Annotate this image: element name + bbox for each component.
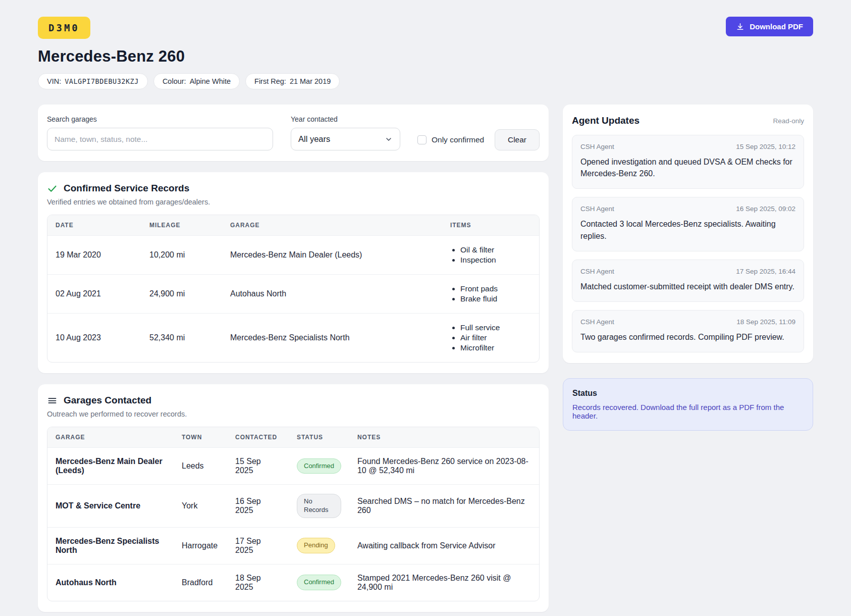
garage-contact-row: Mercedes-Benz Main Dealer (Leeds)Leeds15… bbox=[47, 448, 539, 485]
service-record-row: 02 Aug 202124,900 miAutohaus NorthFront … bbox=[47, 275, 539, 314]
year-contacted-label: Year contacted bbox=[291, 115, 400, 123]
record-date: 10 Aug 2023 bbox=[47, 314, 141, 363]
confirmed-records-subtitle: Verified entries we obtained from garage… bbox=[47, 198, 540, 206]
record-garage: Autohaus North bbox=[222, 275, 442, 314]
confirmed-records-card: Confirmed Service Records Verified entri… bbox=[38, 172, 549, 373]
table-head-row: DateMileageGarageItems bbox=[47, 215, 539, 236]
filter-row: Search garages Year contacted All years bbox=[47, 115, 540, 150]
status-badge: Pending bbox=[297, 538, 335, 553]
record-mileage: 24,900 mi bbox=[141, 275, 222, 314]
chip-value: Alpine White bbox=[190, 77, 231, 85]
table-head: DateMileageGarageItems bbox=[47, 215, 539, 236]
garage-name: Mercedes-Benz Main Dealer (Leeds) bbox=[47, 448, 174, 485]
column-header: Contacted bbox=[227, 427, 289, 448]
agent-update-text: Opened investigation and queued DVSA & O… bbox=[580, 156, 795, 179]
confirmed-records-header: Confirmed Service Records bbox=[47, 183, 540, 194]
agent-update-text: Contacted 3 local Mercedes-Benz speciali… bbox=[580, 218, 795, 241]
garage-notes: Searched DMS – no match for Mercedes-Ben… bbox=[349, 485, 539, 528]
agent-update-text: Matched customer-submitted receipt with … bbox=[580, 281, 795, 292]
agent-update-item: CSH Agent18 Sep 2025, 11:09Two garages c… bbox=[572, 310, 804, 352]
column-header: Notes bbox=[349, 427, 539, 448]
garages-contacted-card: Garages Contacted Outreach we performed … bbox=[38, 384, 549, 612]
garage-notes: Stamped 2021 Mercedes-Benz 260 visit @ 2… bbox=[349, 564, 539, 601]
column-header: Date bbox=[47, 215, 141, 236]
vehicle-chip: First Reg:21 Mar 2019 bbox=[245, 73, 340, 89]
chip-value: VALGPI7BDEBU32KZJ bbox=[65, 77, 139, 85]
chip-label: VIN: bbox=[47, 77, 61, 85]
garage-town: Harrogate bbox=[174, 527, 227, 564]
page: D3M0 Download PDF Mercedes-Benz 260 VIN:… bbox=[0, 0, 851, 616]
menu-lines-icon bbox=[47, 395, 58, 406]
confirmed-records-title: Confirmed Service Records bbox=[64, 183, 189, 194]
clear-filters-button[interactable]: Clear bbox=[495, 129, 540, 150]
record-garage: Mercedes-Benz Main Dealer (Leeds) bbox=[222, 236, 442, 275]
agent-update-meta: CSH Agent18 Sep 2025, 11:09 bbox=[580, 318, 795, 326]
table-head-row: GarageTownContactedStatusNotes bbox=[47, 427, 539, 448]
record-item: Brake fluid bbox=[460, 294, 531, 304]
vehicle-chips: VIN:VALGPI7BDEBU32KZJColour:Alpine White… bbox=[38, 73, 813, 89]
agent-update-timestamp: 16 Sep 2025, 09:02 bbox=[736, 205, 795, 213]
garage-notes: Awaiting callback from Service Advisor bbox=[349, 527, 539, 564]
record-item: Front pads bbox=[460, 284, 531, 294]
garage-status-cell: Confirmed bbox=[289, 564, 349, 601]
garage-name: Mercedes-Benz Specialists North bbox=[47, 527, 174, 564]
year-select[interactable]: All years bbox=[291, 128, 400, 150]
garages-contacted-subtitle: Outreach we performed to recover records… bbox=[47, 410, 540, 418]
download-pdf-button[interactable]: Download PDF bbox=[726, 17, 813, 36]
table-body: Mercedes-Benz Main Dealer (Leeds)Leeds15… bbox=[47, 448, 539, 601]
garage-town: York bbox=[174, 485, 227, 528]
search-input[interactable] bbox=[47, 128, 273, 150]
only-confirmed-checkbox[interactable] bbox=[417, 135, 427, 144]
record-items-list: Oil & filterInspection bbox=[450, 245, 531, 265]
record-items-list: Front padsBrake fluid bbox=[450, 284, 531, 304]
status-badge: Confirmed bbox=[297, 575, 341, 590]
garages-contacted-title: Garages Contacted bbox=[64, 395, 151, 406]
garage-contact-row: Autohaus NorthBradford18 Sep 2025Confirm… bbox=[47, 564, 539, 601]
agent-update-meta: CSH Agent17 Sep 2025, 16:44 bbox=[580, 268, 795, 275]
garage-contacted-date: 16 Sep 2025 bbox=[227, 485, 289, 528]
record-item: Air filter bbox=[460, 333, 531, 343]
agent-update-author: CSH Agent bbox=[580, 143, 614, 150]
page-title: Mercedes-Benz 260 bbox=[38, 47, 813, 66]
service-record-row: 19 Mar 202010,200 miMercedes-Benz Main D… bbox=[47, 236, 539, 275]
record-date: 02 Aug 2021 bbox=[47, 275, 141, 314]
garage-contacted-date: 17 Sep 2025 bbox=[227, 527, 289, 564]
service-record-row: 10 Aug 202352,340 miMercedes-Benz Specia… bbox=[47, 314, 539, 363]
garages-contacted-table-wrap: GarageTownContactedStatusNotesMercedes-B… bbox=[47, 427, 540, 601]
record-items: Front padsBrake fluid bbox=[442, 275, 539, 314]
year-group: Year contacted All years bbox=[291, 115, 400, 150]
record-item: Inspection bbox=[460, 255, 531, 265]
agent-update-item: CSH Agent15 Sep 2025, 10:12Opened invest… bbox=[572, 135, 804, 189]
record-item: Microfilter bbox=[460, 343, 531, 353]
agent-update-author: CSH Agent bbox=[580, 268, 614, 275]
column-header: Mileage bbox=[141, 215, 222, 236]
agent-updates-card: Agent Updates Read-only CSH Agent15 Sep … bbox=[563, 105, 813, 363]
garage-town: Leeds bbox=[174, 448, 227, 485]
vehicle-chip: VIN:VALGPI7BDEBU32KZJ bbox=[38, 73, 148, 89]
download-icon bbox=[736, 22, 744, 31]
table-head: GarageTownContactedStatusNotes bbox=[47, 427, 539, 448]
only-confirmed-label: Only confirmed bbox=[432, 135, 484, 144]
record-items: Oil & filterInspection bbox=[442, 236, 539, 275]
only-confirmed-checkbox-group[interactable]: Only confirmed bbox=[417, 135, 484, 150]
record-items: Full serviceAir filterMicrofilter bbox=[442, 314, 539, 363]
garage-status-cell: Pending bbox=[289, 527, 349, 564]
agent-updates-title: Agent Updates bbox=[572, 115, 640, 126]
year-select-value: All years bbox=[298, 134, 330, 144]
status-panel: Status Records recovered. Download the f… bbox=[563, 378, 813, 431]
agent-update-item: CSH Agent16 Sep 2025, 09:02Contacted 3 l… bbox=[572, 197, 804, 251]
garages-contacted-table: GarageTownContactedStatusNotesMercedes-B… bbox=[47, 427, 539, 601]
record-items-list: Full serviceAir filterMicrofilter bbox=[450, 323, 531, 353]
garage-name: Autohaus North bbox=[47, 564, 174, 601]
record-garage: Mercedes-Benz Specialists North bbox=[222, 314, 442, 363]
status-panel-text: Records recovered. Download the full rep… bbox=[572, 403, 804, 420]
garage-status-cell: No Records bbox=[289, 485, 349, 528]
agent-updates-list: CSH Agent15 Sep 2025, 10:12Opened invest… bbox=[572, 135, 804, 352]
main-column: Search garages Year contacted All years bbox=[38, 105, 549, 616]
agent-update-text: Two garages confirmed records. Compiling… bbox=[580, 331, 795, 343]
confirmed-records-table: DateMileageGarageItems19 Mar 202010,200 … bbox=[47, 215, 539, 362]
readonly-label: Read-only bbox=[773, 117, 804, 125]
garages-contacted-header: Garages Contacted bbox=[47, 395, 540, 406]
column-header: Garage bbox=[47, 427, 174, 448]
search-label: Search garages bbox=[47, 115, 273, 123]
